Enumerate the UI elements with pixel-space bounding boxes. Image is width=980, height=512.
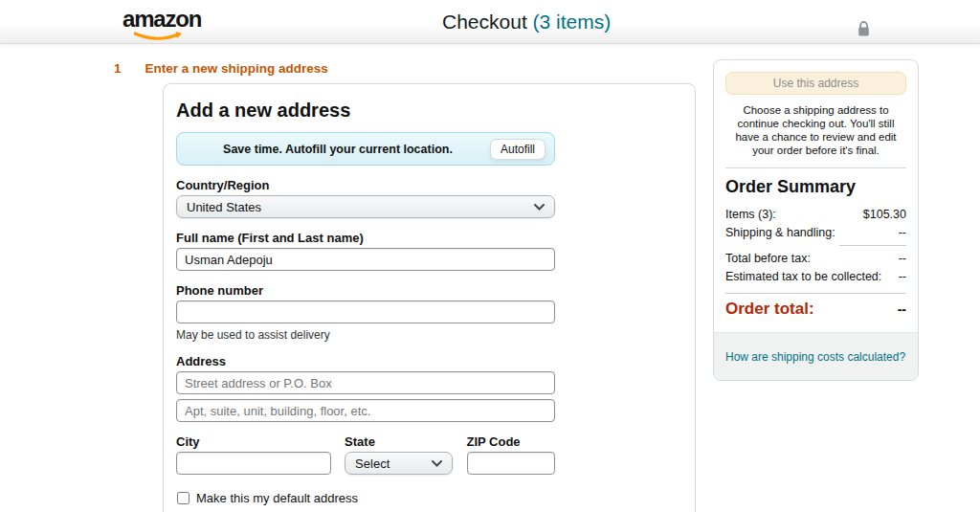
phone-input[interactable] [176,301,555,323]
address-field: Address [176,354,555,422]
full-name-input[interactable] [176,248,555,271]
phone-field: Phone number May be used to assist deliv… [176,283,555,342]
autofill-banner-text: Save time. Autofill your current locatio… [186,143,490,156]
street-address-input[interactable] [176,371,555,394]
summary-value: -- [899,268,906,286]
summary-row-estimated-tax: Estimated tax to be collected: -- [725,268,906,286]
shipping-costs-link[interactable]: How are shipping costs calculated? [725,350,905,364]
order-total-label: Order total: [725,300,814,319]
order-summary-panel: Use this address Choose a shipping addre… [713,59,919,381]
chevron-down-icon [534,204,545,211]
state-label: State [345,434,452,449]
use-this-address-button[interactable]: Use this address [725,72,906,95]
summary-row-items: Items (3): $105.30 [725,206,906,224]
step-title: Enter a new shipping address [145,61,328,76]
address-label: Address [176,354,555,368]
checkout-page: amazon Checkout (3 items) 1Enter a new s… [0,0,980,512]
summary-label: Shipping & handling: [725,224,835,242]
divider [725,293,906,294]
phone-helper-text: May be used to assist delivery [176,328,555,342]
default-address-row: Make this my default address [176,491,682,505]
country-label: Country/Region [176,178,555,192]
summary-value: $105.30 [863,206,906,224]
address-hint-text: Choose a shipping address to continue ch… [725,103,906,157]
form-title: Add a new address [176,100,682,122]
city-field: City [176,422,331,475]
summary-label: Estimated tax to be collected: [725,268,881,286]
full-name-label: Full name (First and Last name) [176,231,555,245]
order-total-value: -- [898,301,906,317]
header: amazon Checkout (3 items) [0,0,980,44]
lock-icon [857,20,871,37]
city-input[interactable] [176,452,331,475]
items-count: (3 items) [533,11,612,33]
step-heading: 1Enter a new shipping address [114,61,328,76]
page-title: Checkout (3 items) [442,11,611,33]
phone-label: Phone number [176,283,555,298]
add-address-card: Add a new address Save time. Autofill yo… [163,83,696,512]
autofill-banner: Save time. Autofill your current locatio… [176,132,555,166]
city-state-zip-row: City State Select ZIP Code [176,422,555,475]
country-selected-value: United States [187,200,261,214]
order-total-row: Order total: -- [725,300,906,319]
summary-row-before-tax: Total before tax: -- [725,250,906,268]
summary-row-shipping: Shipping & handling: -- [725,224,906,242]
order-summary-body: Use this address Choose a shipping addre… [714,60,918,332]
country-field: Country/Region United States [176,178,555,218]
apt-suite-input[interactable] [176,399,555,422]
country-select[interactable]: United States [176,195,555,218]
divider [725,167,906,168]
zip-input[interactable] [467,452,556,475]
zip-label: ZIP Code [467,434,556,449]
amazon-logo[interactable]: amazon [122,8,197,38]
step-number: 1 [114,61,122,76]
summary-label: Items (3): [725,206,776,224]
summary-label: Total before tax: [725,250,811,268]
state-field: State Select [345,422,452,475]
full-name-field: Full name (First and Last name) [176,231,555,271]
divider [839,245,906,246]
amazon-logo-text: amazon [122,6,201,32]
default-address-label: Make this my default address [196,491,358,505]
autofill-button[interactable]: Autofill [490,139,546,160]
amazon-smile-icon [134,32,184,41]
order-summary-title: Order Summary [725,177,906,197]
summary-value: -- [899,250,906,268]
zip-field: ZIP Code [467,422,556,475]
default-address-checkbox[interactable] [177,492,189,504]
state-select[interactable]: Select [345,452,452,475]
state-selected-value: Select [355,456,390,471]
checkout-label: Checkout [442,11,533,33]
summary-value: -- [899,224,906,242]
city-label: City [176,434,331,449]
order-summary-footer: How are shipping costs calculated? [714,332,918,380]
chevron-down-icon [432,460,442,467]
